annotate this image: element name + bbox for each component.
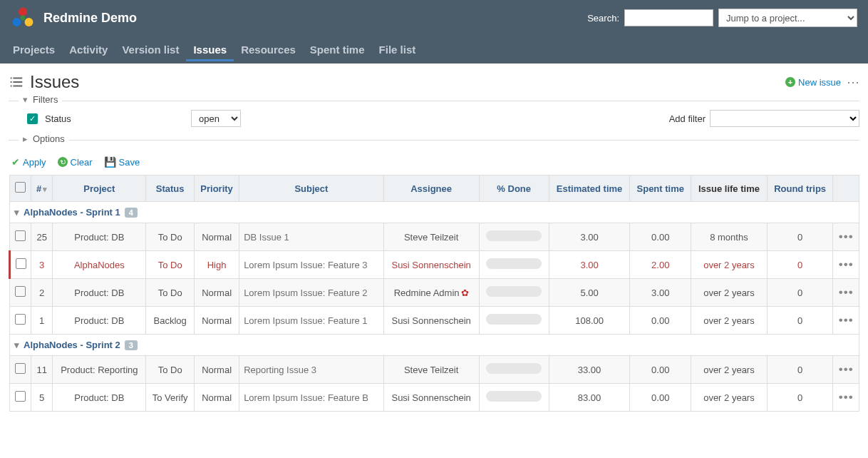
nav-version-list[interactable]: Version list [115,38,186,61]
main-nav: ProjectsActivityVersion listIssuesResour… [0,36,868,63]
col-project[interactable]: Project [53,175,146,202]
row-checkbox[interactable] [15,286,26,297]
clear-link[interactable]: ↻Clear [58,157,93,168]
issue-subject-link[interactable]: Reporting Issue 3 [244,365,316,375]
issues-list-icon [9,74,24,90]
col-round-trips[interactable]: Round trips [767,175,833,202]
top-bar: Redmine Demo Search: Jump to a project..… [0,0,868,36]
issue-subject-link[interactable]: DB Issue 1 [244,232,289,243]
svg-point-1 [13,18,21,26]
page-more-icon[interactable]: ⋯ [847,74,859,90]
nav-resources[interactable]: Resources [234,38,303,61]
table-row[interactable]: 3AlphaNodesTo DoHighLorem Ipsum Issue: F… [10,251,859,279]
add-filter-select[interactable] [710,110,859,127]
add-filter-label: Add filter [669,113,706,124]
progress-bar [486,258,542,269]
new-issue-label: New issue [798,77,841,88]
nav-activity[interactable]: Activity [62,38,115,61]
chevron-down-icon: ▾ [14,207,19,218]
progress-bar [486,363,542,374]
status-filter-select[interactable]: open [191,110,241,127]
issue-subject-link[interactable]: Lorem Ipsum Issue: Feature 1 [244,315,367,326]
row-more-icon[interactable]: ••• [839,258,854,271]
svg-point-2 [25,18,33,26]
col-priority[interactable]: Priority [195,175,239,202]
add-icon: + [785,77,795,87]
row-more-icon[interactable]: ••• [839,362,854,376]
new-issue-link[interactable]: + New issue [785,77,841,88]
progress-bar [486,286,542,297]
nav-issues[interactable]: Issues [186,38,234,61]
save-icon: 💾 [104,156,116,168]
search-input[interactable] [624,9,713,26]
page-title: Issues [30,72,79,92]
table-row[interactable]: 2Product: DBTo DoNormalLorem Ipsum Issue… [10,279,859,307]
nav-projects[interactable]: Projects [6,38,62,61]
svg-point-3 [21,16,26,21]
jump-to-project-select[interactable]: Jump to a project... [718,9,857,27]
row-checkbox[interactable] [15,363,26,374]
apply-link[interactable]: ✔Apply [11,156,46,168]
row-more-icon[interactable]: ••• [839,285,854,299]
admin-badge-icon: ✿ [461,287,469,298]
refresh-icon: ↻ [56,156,69,168]
progress-bar [486,391,542,402]
table-row[interactable]: 1Product: DBBacklogNormalLorem Ipsum Iss… [10,307,859,335]
col--done[interactable]: % Done [479,175,549,202]
check-icon: ✔ [11,156,20,168]
app-title: Redmine Demo [43,11,137,26]
group-count-badge: 4 [125,208,138,218]
issue-subject-link[interactable]: Lorem Ipsum Issue: Feature 2 [244,287,367,298]
chevron-down-icon: ▾ [43,185,47,193]
col-status[interactable]: Status [146,175,195,202]
save-link[interactable]: 💾Save [104,156,140,168]
options-legend[interactable]: ▸ Options [19,133,69,144]
search-label: Search: [587,13,619,24]
row-more-icon[interactable]: ••• [839,390,854,404]
select-all-checkbox[interactable] [15,182,26,193]
group-count-badge: 3 [125,340,138,350]
issue-subject-link[interactable]: Lorem Ipsum Issue: Feature B [244,392,368,403]
progress-bar [486,314,542,325]
col-estimated-time[interactable]: Estimated time [549,175,630,202]
group-toggle[interactable]: ▾ AlphaNodes - Sprint 1 4 [14,207,138,218]
row-more-icon[interactable]: ••• [839,313,854,327]
col-blank [833,175,859,202]
status-filter-label: Status [45,113,71,124]
row-checkbox[interactable] [15,230,26,241]
row-checkbox[interactable] [15,314,26,325]
col-assignee[interactable]: Assignee [383,175,479,202]
progress-bar [486,230,542,241]
issues-table: #▾ProjectStatusPrioritySubjectAssignee% … [9,175,859,412]
col-blank [10,175,31,202]
svg-point-0 [19,8,27,16]
col-spent-time[interactable]: Spent time [630,175,691,202]
row-checkbox[interactable] [15,391,26,402]
nav-file-list[interactable]: File list [372,38,423,61]
chevron-down-icon: ▾ [14,340,19,350]
table-row[interactable]: 11Product: ReportingTo DoNormalReporting… [10,356,859,384]
col-subject[interactable]: Subject [239,175,384,202]
issue-subject-link[interactable]: Lorem Ipsum Issue: Feature 3 [244,260,367,270]
nav-spent-time[interactable]: Spent time [303,38,372,61]
col-issue-life-time[interactable]: Issue life time [691,175,768,202]
status-filter-checkbox[interactable]: ✓ [27,113,38,124]
col--[interactable]: #▾ [31,175,53,202]
table-row[interactable]: 5Product: DBTo VerifyNormalLorem Ipsum I… [10,384,859,412]
app-logo-icon [11,6,35,30]
group-toggle[interactable]: ▾ AlphaNodes - Sprint 2 3 [14,340,138,350]
row-checkbox[interactable] [16,258,26,269]
chevron-right-icon: ▸ [23,133,30,144]
row-more-icon[interactable]: ••• [839,230,854,243]
table-row[interactable]: 25Product: DBTo DoNormalDB Issue 1Steve … [10,223,859,251]
